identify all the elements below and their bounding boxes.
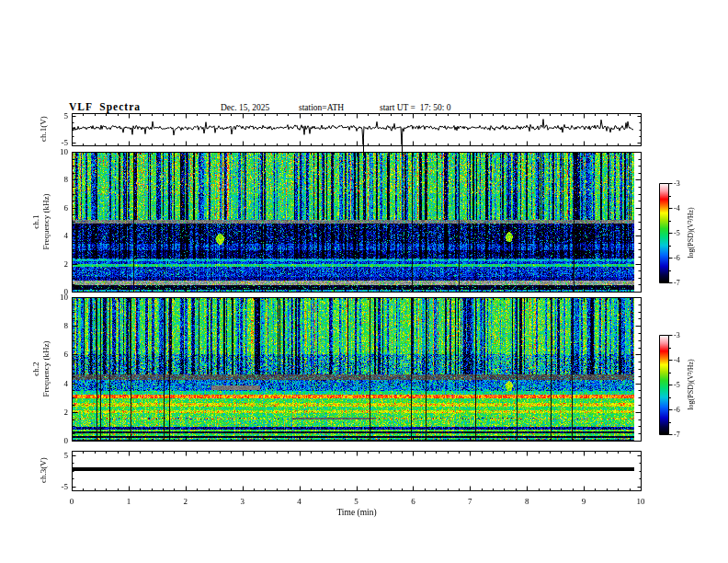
time-tick-label: 8 (525, 497, 529, 506)
axes-frame-ticks-layer (0, 0, 728, 563)
colorbar2-tick-label: -5 (674, 381, 680, 389)
time-tick-label: 9 (582, 497, 586, 506)
colorbar1-tick-label: -5 (674, 229, 680, 237)
colorbar2-tick-label: -3 (674, 331, 680, 339)
ch2-freq-tick-label: 10 (60, 293, 68, 302)
colorbar1-tick-label: -6 (674, 254, 680, 262)
time-tick-label: 3 (240, 497, 245, 506)
ch1-volt-tick-label: -5 (62, 138, 69, 147)
ch2-freq-tick-label: 6 (64, 350, 69, 359)
colorbar2-tick-label: -7 (674, 431, 680, 439)
time-tick-label: 4 (297, 497, 301, 506)
ch2-freq-tick-label: 4 (64, 379, 69, 388)
time-tick-label: 6 (411, 497, 415, 506)
time-axis-label: Time (min) (336, 508, 376, 517)
time-tick-label: 5 (354, 497, 358, 506)
ch2-freq-tick-label: 0 (64, 436, 69, 445)
colorbar2-tick-label: -4 (674, 356, 680, 364)
colorbar1-tick-label: -4 (674, 204, 680, 213)
colorbar1-tick-label: -3 (674, 179, 680, 188)
ch1-volt-tick-label: 5 (64, 111, 69, 121)
ch1-freq-tick-label: 2 (64, 259, 69, 269)
ch1-spec-ylabel-line1: ch.1 (31, 214, 40, 228)
time-tick-label: 7 (468, 497, 472, 506)
ch3-volt-tick-label: 5 (64, 451, 69, 460)
ch3-volt-tick-label: -5 (62, 482, 69, 491)
ch1-wave-ylabel: ch.1(V) (39, 116, 49, 142)
time-tick-label: 1 (127, 497, 131, 506)
ch2-freq-tick-label: 8 (64, 321, 69, 330)
ch1-freq-tick-label: 10 (60, 147, 68, 156)
time-tick-label: 10 (637, 497, 645, 506)
ch3-wave-ylabel: ch.3(V) (39, 457, 49, 483)
colorbar2-tick-label: -6 (674, 406, 680, 414)
colorbar1-label: log(PSD)(V²/Hz) (687, 207, 697, 258)
ch1-spec-ylabel-line2: Frequency (kHz) (40, 193, 50, 249)
ch1-freq-tick-label: 4 (64, 231, 69, 240)
vlf-spectra-figure: VLF Spectra Dec. 15, 2025 station=ATH st… (0, 0, 728, 563)
ch2-freq-tick-label: 2 (64, 408, 69, 417)
ch2-spec-ylabel-line2: Frequency (kHz) (40, 340, 50, 396)
ch2-spec-ylabel-line1: ch.2 (31, 362, 40, 375)
time-tick-label: 2 (184, 497, 188, 506)
ch1-freq-tick-label: 8 (64, 175, 69, 184)
ch1-spec-ylabel: ch.1Frequency (kHz) (31, 193, 51, 249)
colorbar2-label: log(PSD)(V²/Hz) (687, 359, 697, 409)
ch1-freq-tick-label: 6 (64, 203, 69, 213)
ch2-spec-ylabel: ch.2Frequency (kHz) (31, 340, 51, 396)
time-tick-label: 0 (70, 497, 74, 506)
colorbar1-tick-label: -7 (674, 279, 680, 287)
